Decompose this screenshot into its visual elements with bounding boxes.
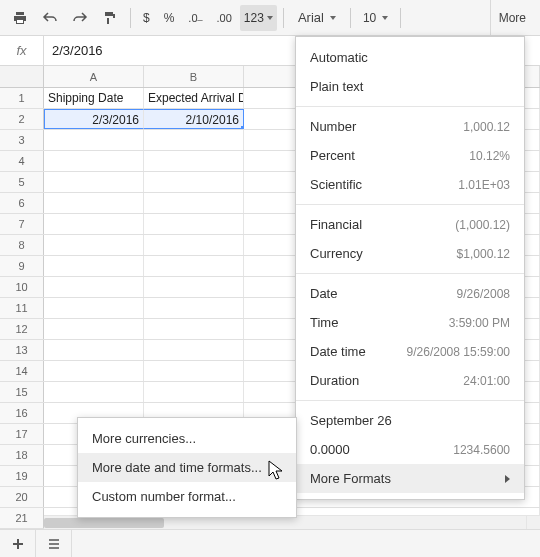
currency-format-button[interactable]: $ xyxy=(137,4,156,32)
cell[interactable] xyxy=(144,256,244,276)
separator xyxy=(283,8,284,28)
cell[interactable] xyxy=(44,172,144,192)
menu-time[interactable]: Time3:59:00 PM xyxy=(296,308,524,337)
cell[interactable] xyxy=(44,361,144,381)
row-header[interactable]: 20 xyxy=(0,487,44,507)
menu-duration[interactable]: Duration24:01:00 xyxy=(296,366,524,395)
cell[interactable] xyxy=(144,361,244,381)
cell[interactable] xyxy=(44,193,144,213)
cell[interactable] xyxy=(144,319,244,339)
scrollbar-thumb[interactable] xyxy=(44,518,164,528)
scroll-corner xyxy=(526,515,540,529)
cell[interactable]: 2/3/2016 xyxy=(44,109,144,129)
row-header[interactable]: 1 xyxy=(0,88,44,108)
paint-format-icon[interactable] xyxy=(96,4,124,32)
font-selector[interactable]: Arial xyxy=(290,10,344,25)
row-header[interactable]: 12 xyxy=(0,319,44,339)
cell[interactable] xyxy=(144,151,244,171)
menu-currency[interactable]: Currency$1,000.12 xyxy=(296,239,524,268)
menu-divider xyxy=(296,273,524,274)
menu-date[interactable]: Date9/26/2008 xyxy=(296,279,524,308)
cell[interactable] xyxy=(44,235,144,255)
cell[interactable] xyxy=(144,277,244,297)
cell[interactable] xyxy=(44,214,144,234)
all-sheets-button[interactable] xyxy=(36,530,72,558)
menu-decimal[interactable]: 0.00001234.5600 xyxy=(296,435,524,464)
cell[interactable] xyxy=(144,130,244,150)
cell[interactable] xyxy=(144,214,244,234)
font-size-selector[interactable]: 10 xyxy=(357,11,394,25)
cell[interactable] xyxy=(44,319,144,339)
more-toolbar-button[interactable]: More xyxy=(490,0,534,36)
sheet-tab-bar xyxy=(0,529,540,557)
separator xyxy=(350,8,351,28)
row-header[interactable]: 15 xyxy=(0,382,44,402)
row-header[interactable]: 4 xyxy=(0,151,44,171)
cell[interactable] xyxy=(44,256,144,276)
row-header[interactable]: 6 xyxy=(0,193,44,213)
print-icon[interactable] xyxy=(6,4,34,32)
cell[interactable] xyxy=(144,340,244,360)
cell[interactable] xyxy=(144,172,244,192)
row-header[interactable]: 8 xyxy=(0,235,44,255)
row-header[interactable]: 2 xyxy=(0,109,44,129)
more-formats-submenu: More currencies... More date and time fo… xyxy=(77,417,297,518)
row-header[interactable]: 5 xyxy=(0,172,44,192)
row-header[interactable]: 14 xyxy=(0,361,44,381)
column-header-b[interactable]: B xyxy=(144,66,244,87)
percent-format-button[interactable]: % xyxy=(158,4,181,32)
selection-handle[interactable] xyxy=(241,126,244,129)
menu-financial[interactable]: Financial(1,000.12) xyxy=(296,210,524,239)
add-sheet-button[interactable] xyxy=(0,530,36,558)
more-formats-button[interactable]: 123 xyxy=(240,5,277,31)
submenu-more-date-time[interactable]: More date and time formats... xyxy=(78,453,296,482)
cell[interactable] xyxy=(144,235,244,255)
cell[interactable]: 2/10/2016 xyxy=(144,109,244,129)
row-header[interactable]: 17 xyxy=(0,424,44,444)
cell[interactable] xyxy=(44,340,144,360)
row-header[interactable]: 3 xyxy=(0,130,44,150)
cell[interactable] xyxy=(144,298,244,318)
column-header-a[interactable]: A xyxy=(44,66,144,87)
row-header[interactable]: 13 xyxy=(0,340,44,360)
cell[interactable] xyxy=(144,193,244,213)
row-header[interactable]: 9 xyxy=(0,256,44,276)
increase-decimal-button[interactable]: .00 xyxy=(211,4,238,32)
row-header[interactable]: 19 xyxy=(0,466,44,486)
cell[interactable] xyxy=(44,151,144,171)
decrease-decimal-button[interactable]: .0_ xyxy=(182,4,208,32)
menu-plain-text[interactable]: Plain text xyxy=(296,72,524,101)
svg-rect-0 xyxy=(17,20,23,23)
row-header[interactable]: 18 xyxy=(0,445,44,465)
submenu-custom-number[interactable]: Custom number format... xyxy=(78,482,296,511)
select-all-corner[interactable] xyxy=(0,66,44,87)
caret-down-icon xyxy=(267,16,273,20)
redo-icon[interactable] xyxy=(66,4,94,32)
cell[interactable] xyxy=(44,130,144,150)
cell[interactable] xyxy=(44,298,144,318)
menu-automatic[interactable]: Automatic xyxy=(296,43,524,72)
row-header[interactable]: 11 xyxy=(0,298,44,318)
separator xyxy=(130,8,131,28)
row-header[interactable]: 7 xyxy=(0,214,44,234)
submenu-more-currencies[interactable]: More currencies... xyxy=(78,424,296,453)
toolbar: $ % .0_ .00 123 Arial 10 More xyxy=(0,0,540,36)
menu-more-formats[interactable]: More Formats xyxy=(296,464,524,493)
menu-scientific[interactable]: Scientific1.01E+03 xyxy=(296,170,524,199)
row-header[interactable]: 16 xyxy=(0,403,44,423)
cell[interactable]: Expected Arrival Date xyxy=(144,88,244,108)
menu-percent[interactable]: Percent10.12% xyxy=(296,141,524,170)
menu-number[interactable]: Number1,000.12 xyxy=(296,112,524,141)
separator xyxy=(400,8,401,28)
row-header[interactable]: 21 xyxy=(0,508,44,528)
menu-divider xyxy=(296,204,524,205)
row-header[interactable]: 10 xyxy=(0,277,44,297)
undo-icon[interactable] xyxy=(36,4,64,32)
menu-date-time[interactable]: Date time9/26/2008 15:59:00 xyxy=(296,337,524,366)
fx-label: fx xyxy=(0,36,44,65)
menu-month-day[interactable]: September 26 xyxy=(296,406,524,435)
cell[interactable]: Shipping Date xyxy=(44,88,144,108)
cell[interactable] xyxy=(44,277,144,297)
cell[interactable] xyxy=(44,382,144,402)
cell[interactable] xyxy=(144,382,244,402)
